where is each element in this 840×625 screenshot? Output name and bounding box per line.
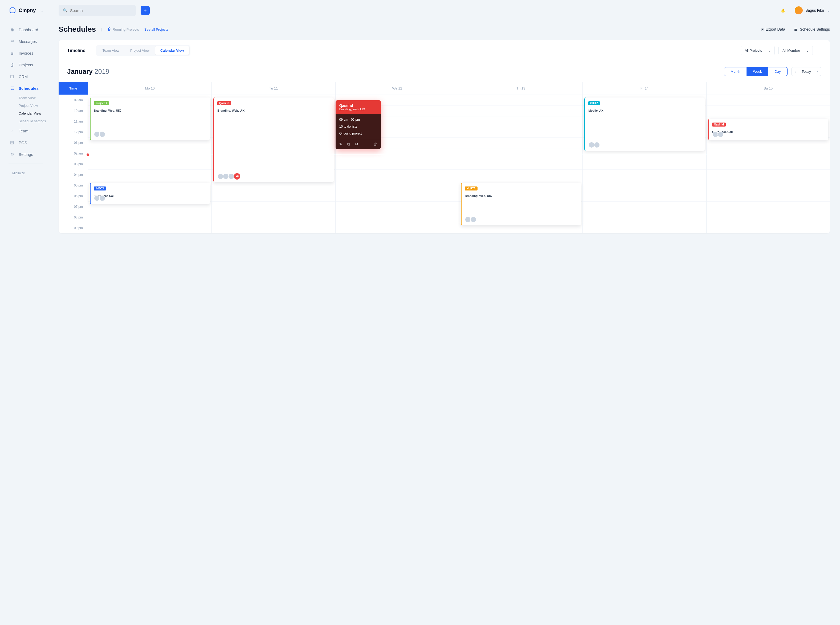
- nav-team[interactable]: ⛬Team: [9, 125, 59, 137]
- nav-invoices[interactable]: 🗎Invoices: [9, 47, 59, 59]
- chevron-left-icon: ‹: [9, 171, 11, 175]
- subnav-project-view[interactable]: Project View: [19, 102, 59, 109]
- subnav-schedule-settings[interactable]: Schedule settings: [19, 118, 59, 125]
- prev-button[interactable]: ‹: [792, 67, 799, 76]
- see-all-projects-link[interactable]: See all Projects: [144, 28, 168, 31]
- next-button[interactable]: ›: [814, 67, 821, 76]
- bell-icon: 🔔: [781, 8, 785, 12]
- avatar: [228, 173, 234, 180]
- inbox-icon: ✉: [9, 39, 14, 44]
- nav-projects[interactable]: 🗄Projects: [9, 59, 59, 70]
- event-avatars: [94, 131, 104, 137]
- nav-settings[interactable]: ⚙Settings: [9, 149, 59, 160]
- export-data-button[interactable]: ⎘Export Data: [761, 27, 785, 31]
- running-label: Running Projects: [113, 28, 139, 31]
- user-menu[interactable]: Bagus Fikri ⌄: [795, 6, 830, 14]
- today-navigator: ‹ Today ›: [791, 67, 821, 76]
- notifications-button[interactable]: 🔔: [781, 8, 785, 12]
- chevron-down-icon: ⌄: [768, 48, 771, 53]
- event-project-x[interactable]: Project X Branding, Web, UIX: [90, 98, 210, 140]
- event-giftz[interactable]: GIFTZ Mobile UIX: [584, 98, 705, 151]
- popover-status: Ongoing project: [339, 132, 377, 135]
- nav-pos[interactable]: ▤POS: [9, 137, 59, 148]
- event-avatars: [588, 142, 599, 148]
- search-icon: 🔍: [63, 8, 67, 12]
- chevron-left-icon: ‹: [795, 70, 796, 73]
- popover-time: 09 am - 05 pm: [339, 118, 377, 121]
- day-fr: GIFTZ Mobile UIX: [582, 95, 706, 233]
- event-avatars: [712, 131, 723, 137]
- edit-icon[interactable]: ✎: [339, 142, 343, 146]
- nav-crm[interactable]: ◫CRM: [9, 71, 59, 82]
- schedule-settings-button[interactable]: ☰Schedule Settings: [794, 27, 830, 31]
- event-qasir-sa[interactable]: Qasir id Confrence Call: [708, 119, 828, 140]
- export-label: Export Data: [765, 27, 785, 31]
- contact-icon: ◫: [9, 74, 14, 79]
- brand-selector[interactable]: Cmpny ⌄: [9, 8, 59, 13]
- nav-team-label: Team: [19, 129, 28, 133]
- expand-button[interactable]: ⛶: [818, 48, 821, 53]
- filter-projects-label: All Projects: [745, 48, 762, 53]
- event-subtitle: Branding, Web, UIX: [94, 107, 207, 114]
- nav-crm-label: CRM: [19, 74, 28, 79]
- time-label: 06 pm: [59, 191, 88, 201]
- time-label: 11 am: [59, 116, 88, 127]
- nav-schedules[interactable]: ☷Schedules: [9, 82, 59, 94]
- page-title: Schedules: [59, 25, 96, 34]
- today-button[interactable]: Today: [799, 70, 814, 73]
- schedule-settings-label: Schedule Settings: [800, 27, 830, 31]
- avatar: [594, 142, 600, 148]
- event-tag: Qasir id: [712, 123, 726, 126]
- calculator-icon: ▤: [9, 140, 14, 145]
- time-label: 04 pm: [59, 169, 88, 180]
- mail-icon[interactable]: ✉: [355, 142, 358, 146]
- nav-messages-label: Messages: [19, 39, 37, 44]
- subnav-team-view[interactable]: Team View: [19, 94, 59, 101]
- nav-messages[interactable]: ✉Messages: [9, 36, 59, 47]
- add-button[interactable]: +: [141, 6, 150, 15]
- avatar: [470, 216, 477, 223]
- event-popover[interactable]: Qasir id Branding, Web, UIX 09 am - 05 p…: [335, 100, 381, 149]
- subnav-calendar-view[interactable]: Calendar View: [19, 110, 59, 117]
- event-avatars: [94, 195, 104, 201]
- time-label: 05 pm: [59, 180, 88, 191]
- event-subtitle: Branding, Web, UIX: [217, 107, 330, 114]
- plus-icon: +: [144, 8, 147, 14]
- tab-calendar-view[interactable]: Calendar View: [155, 47, 189, 54]
- nav-invoices-label: Invoices: [19, 51, 33, 55]
- trash-icon[interactable]: 🗑: [373, 142, 377, 146]
- search-input[interactable]: [70, 8, 132, 13]
- event-qasir-tu[interactable]: Qasir id Branding, Web, UIX +8: [213, 98, 334, 182]
- popover-todo: 10 to do lists: [339, 125, 377, 128]
- day-we: Qasir id Branding, Web, UIX 09 am - 05 p…: [335, 95, 459, 233]
- filter-member[interactable]: All Member⌄: [778, 46, 813, 55]
- avatar: [99, 131, 106, 137]
- current-time-indicator: [88, 155, 830, 155]
- view-tabs: Team View Project View Calendar View: [96, 45, 190, 56]
- filter-projects[interactable]: All Projects⌄: [741, 46, 775, 55]
- time-label: 01 pm: [59, 137, 88, 148]
- gear-icon: ⚙: [9, 152, 14, 157]
- nav-schedules-label: Schedules: [19, 86, 39, 90]
- event-tag: Project X: [94, 101, 109, 105]
- seg-day[interactable]: Day: [768, 67, 787, 76]
- copy-icon[interactable]: ⧉: [347, 142, 350, 146]
- time-label: 02 am: [59, 148, 88, 159]
- tab-team-view[interactable]: Team View: [97, 47, 125, 54]
- event-xurya[interactable]: XURYA Branding, Web, UIX: [461, 183, 581, 225]
- minimize-sidebar[interactable]: ‹Minimize: [9, 171, 59, 175]
- col-we: We 12: [335, 82, 459, 95]
- nav-dashboard[interactable]: ◉Dashboard: [9, 24, 59, 35]
- tab-project-view[interactable]: Project View: [125, 47, 155, 54]
- running-count: 6: [107, 26, 110, 33]
- col-sa: Sa 15: [706, 82, 830, 95]
- chevron-down-icon: ⌄: [806, 48, 809, 53]
- col-th: Th 13: [459, 82, 582, 95]
- seg-month[interactable]: Month: [724, 67, 747, 76]
- seg-week[interactable]: Week: [747, 67, 768, 76]
- people-icon: ⛬: [9, 128, 14, 133]
- event-subtitle: Confrence Call: [94, 193, 207, 199]
- search-box[interactable]: 🔍: [59, 5, 136, 16]
- event-inbox[interactable]: INBOX Confrence Call: [90, 183, 210, 204]
- gauge-icon: ◉: [9, 27, 14, 32]
